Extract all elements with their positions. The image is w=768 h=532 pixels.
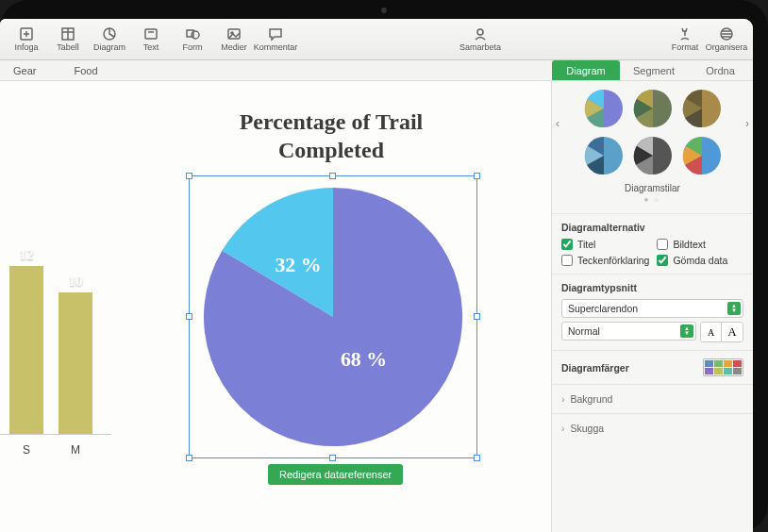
tb-organize[interactable]: Organisera [706,19,747,60]
col-food: Food [60,65,122,76]
chart-options-section: Diagramalternativ Titel Bildtext Teckenf… [552,213,753,274]
tb-insert-label: Infoga [14,42,38,52]
style-chip-6[interactable] [682,136,722,175]
pie-label-a: 32 % [275,254,321,276]
tab-segment[interactable]: Segment [620,60,688,80]
svg-point-10 [192,31,199,39]
style-chip-1[interactable] [584,89,624,128]
bar-m-axis-label: M [58,443,92,457]
chart-colors-title: Diagramfärger [561,362,629,374]
chart-title[interactable]: Percentage of Trail Completed [204,108,459,164]
tb-media[interactable]: Medier [213,19,255,60]
tb-comment-label: Kommentar [254,42,298,52]
pie-chart-selection[interactable]: 32 % 68 % [189,175,477,458]
stepper-icon: ▲▼ [680,324,693,338]
bar-m: 10 [58,292,92,434]
pie-chart[interactable]: 32 % 68 % [190,176,476,457]
font-size-segment: A A [700,322,743,342]
tb-chart[interactable]: Diagram [89,19,130,60]
style-chip-5[interactable] [633,136,673,175]
background-disclosure[interactable]: Bakgrund [552,384,753,413]
resize-handle-l[interactable] [186,313,192,320]
opt-caption-checkbox[interactable] [657,239,668,250]
chart-colors-section: Diagramfärger [552,350,753,384]
tb-text-label: Text [143,42,159,52]
font-family-select[interactable]: Superclarendon ▲▼ [561,299,743,318]
canvas[interactable]: 12 10 S M Percentage of Trail Completed … [0,81,551,532]
bar-s: 12 [9,266,43,434]
shadow-disclosure[interactable]: Skugga [552,413,753,442]
font-size-larger[interactable]: A [722,323,743,341]
svg-point-13 [477,29,483,35]
tb-chart-label: Diagram [93,42,125,52]
tb-table-label: Tabell [57,42,79,52]
bar-chart-fragment: 12 10 S M [0,145,111,466]
format-inspector: Diagram Segment Ordna ‹ › Diagramstilar [551,81,753,532]
camera-dot [381,8,387,13]
resize-handle-tl[interactable] [186,173,192,179]
inspector-tabs: Diagram Segment Ordna [552,60,753,81]
tb-organize-label: Organisera [706,42,748,52]
tb-format-label: Format [672,42,699,52]
resize-handle-bl[interactable] [186,455,192,461]
tab-arrange[interactable]: Ordna [688,60,753,80]
tb-comment[interactable]: Kommentar [255,19,296,60]
opt-title[interactable]: Titel [561,239,649,250]
style-chip-2[interactable] [633,89,673,128]
stepper-icon: ▲▼ [727,302,741,315]
tb-shape-label: Form [183,42,203,52]
resize-handle-t[interactable] [329,173,336,179]
pie-label-b: 68 % [341,348,387,371]
tab-diagram[interactable]: Diagram [552,60,620,80]
styles-prev[interactable]: ‹ [552,117,563,130]
color-palette-button[interactable] [703,358,743,376]
chart-options-title: Diagramalternativ [561,222,743,233]
resize-handle-b[interactable] [329,455,336,461]
toolbar: Infoga Tabell Diagram Text Form Medier K… [0,19,753,60]
resize-handle-r[interactable] [474,313,480,320]
chart-font-section: Diagramtypsnitt Superclarendon ▲▼ Normal… [552,274,753,350]
opt-legend-checkbox[interactable] [561,255,573,266]
resize-handle-br[interactable] [474,455,480,461]
bar-m-value: 10 [58,274,92,290]
opt-legend[interactable]: Teckenförklaring [561,255,649,266]
edit-data-references-button[interactable]: Redigera datareferenser [268,464,403,485]
tb-insert[interactable]: Infoga [6,19,47,60]
chart-font-title: Diagramtypsnitt [561,282,743,293]
tb-collaborate[interactable]: Samarbeta [459,19,501,60]
bar-s-value: 12 [9,247,43,263]
styles-next[interactable]: › [742,117,753,130]
bar-s-axis-label: S [9,443,43,457]
tb-media-label: Medier [221,42,247,52]
opt-caption[interactable]: Bildtext [657,239,743,250]
opt-hidden-checkbox[interactable] [657,255,668,266]
font-size-smaller[interactable]: A [701,323,722,341]
font-weight-select[interactable]: Normal ▲▼ [561,322,696,341]
chart-styles: ‹ › Diagramstilar ● ○ [552,81,753,213]
tb-text[interactable]: Text [130,19,172,60]
styles-page-dots[interactable]: ● ○ [556,195,749,204]
tb-table[interactable]: Tabell [47,19,89,60]
tb-collab-label: Samarbeta [459,42,501,52]
styles-caption: Diagramstilar [556,183,749,193]
tb-format[interactable]: Format [664,19,706,60]
opt-hidden-data[interactable]: Gömda data [657,255,743,266]
resize-handle-tr[interactable] [474,173,480,179]
col-gear: Gear [0,65,60,76]
style-chip-4[interactable] [584,136,624,175]
svg-rect-7 [145,29,157,39]
style-chip-3[interactable] [682,89,722,128]
tb-shape[interactable]: Form [172,19,213,60]
opt-title-checkbox[interactable] [561,239,573,250]
